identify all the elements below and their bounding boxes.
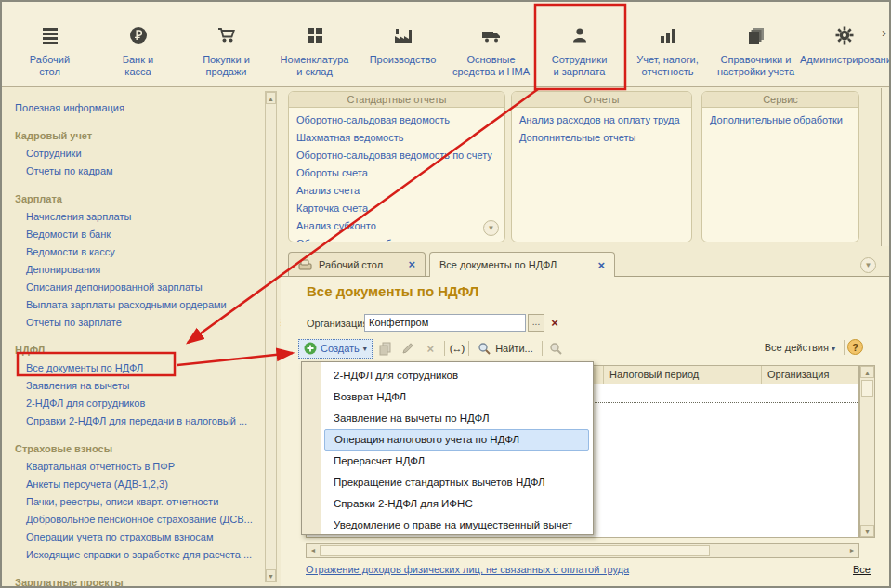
chevron-down-icon: ▾	[832, 345, 835, 353]
sidebar-item[interactable]: Операции учета по страховым взносам	[15, 529, 279, 546]
panel-link[interactable]: Анализ расходов на оплату труда	[519, 111, 684, 129]
sidebar-scrollbar[interactable]: ▲ ▼	[265, 91, 277, 582]
section-administration[interactable]: Администрирование	[800, 2, 888, 86]
panel-service: Сервис Дополнительные обработки	[701, 91, 859, 242]
section-directories[interactable]: Справочники и настройки учета	[712, 2, 800, 86]
panel-link[interactable]: Дополнительные обработки	[710, 111, 851, 129]
sidebar-item[interactable]: Исходящие справки о заработке для расчет…	[15, 546, 279, 564]
sidebar-item[interactable]: Выплата зарплаты расходными ордерами	[15, 296, 279, 314]
sidebar-item[interactable]: Отчеты по зарплате	[15, 314, 279, 332]
tab-close-icon[interactable]: ×	[597, 258, 605, 272]
panel-more-chevron-icon[interactable]: ▼	[483, 220, 499, 236]
panel-link[interactable]: Анализ субконто	[296, 217, 497, 235]
other-income-link[interactable]: Отражение доходов физических лиц, не свя…	[306, 564, 629, 575]
panel-link[interactable]: Анализ счета	[296, 182, 497, 200]
all-actions-button[interactable]: Все действия ▾	[765, 342, 835, 353]
sidebar-item-useful-info[interactable]: Полезная информация	[15, 99, 279, 117]
delete-icon[interactable]: ×	[422, 340, 439, 358]
section-desktop[interactable]: Рабочий стол	[6, 2, 94, 86]
truck-icon	[447, 20, 535, 50]
menu-item-ndfl-return[interactable]: Возврат НДФЛ	[324, 386, 589, 408]
section-production[interactable]: Производство	[359, 2, 447, 86]
section-purchases[interactable]: Покупки и продажи	[182, 2, 270, 86]
section-label: Рабочий стол	[6, 54, 94, 77]
sidebar-item[interactable]: Добровольное пенсионное страхование (ДСВ…	[15, 511, 279, 529]
organization-lookup-button[interactable]: ...	[528, 314, 544, 332]
sidebar-item[interactable]: Пачки, реестры, описи кварт. отчетности	[15, 493, 279, 511]
section-employees[interactable]: Сотрудники и зарплата	[535, 2, 623, 86]
table-col-tax-period[interactable]: Налоговый период	[604, 366, 762, 384]
scroll-thumb[interactable]	[861, 380, 873, 397]
sidebar-item[interactable]: Начисления зарплаты	[15, 208, 279, 226]
scroll-up-icon[interactable]: ▲	[266, 92, 276, 104]
page-title: Все документы по НДФЛ	[307, 283, 478, 299]
section-warehouse[interactable]: Номенклатура и склад	[270, 2, 359, 86]
sidebar-item[interactable]: Анкеты персучета (АДВ-1,2,3)	[15, 476, 279, 493]
chevron-down-icon: ▾	[363, 345, 367, 353]
create-button[interactable]: Создать ▾	[298, 339, 373, 359]
clear-search-icon[interactable]	[547, 340, 565, 358]
sidebar-item[interactable]: Заявления на вычеты	[15, 377, 279, 395]
tab-label: Рабочий стол	[319, 259, 383, 270]
sidebar-item[interactable]: Справки 2-НДФЛ для передачи в налоговый …	[15, 412, 279, 430]
section-bank[interactable]: Банк и касса	[94, 2, 182, 86]
organization-clear-icon[interactable]: ×	[547, 314, 562, 332]
collapse-panels-chevron-icon[interactable]: ▼	[860, 257, 876, 273]
footer-all-link[interactable]: Все	[853, 564, 871, 575]
panel-link[interactable]: Шахматная ведомость	[296, 129, 497, 147]
panel-link[interactable]: Оборотно-сальдовая ведомость	[296, 111, 497, 129]
panel-link[interactable]: Обороты между субконто	[296, 235, 497, 242]
desktop-icon	[6, 20, 94, 50]
sidebar-item[interactable]: Сотрудники	[15, 145, 279, 163]
section-label: Основные средства и НМА	[447, 54, 535, 77]
sidebar-item[interactable]: Списания депонированной зарплаты	[15, 279, 279, 296]
scroll-down-icon[interactable]: ▼	[860, 525, 874, 537]
section-label: Производство	[359, 54, 447, 66]
tab-close-icon[interactable]: ×	[408, 257, 415, 271]
sidebar-item[interactable]: Депонирования	[15, 261, 279, 279]
create-button-label: Создать	[321, 343, 360, 354]
scroll-thumb[interactable]	[320, 545, 710, 556]
sidebar-section-vznosy: Страховые взносы	[15, 440, 279, 458]
find-button[interactable]: Найти...	[474, 341, 537, 357]
panel-link[interactable]: Оборотно-сальдовая ведомость по счету	[296, 147, 497, 164]
toolbar-overflow-chevron-icon[interactable]: ›	[882, 24, 886, 40]
scroll-right-icon[interactable]: ►	[845, 544, 858, 557]
tab-desktop[interactable]: Рабочий стол ×	[288, 252, 426, 276]
table-horizontal-scrollbar[interactable]: ◄ ►	[306, 543, 859, 558]
panel-link[interactable]: Дополнительные отчеты	[519, 129, 684, 147]
scroll-up-icon[interactable]: ▲	[860, 366, 874, 378]
section-accounting[interactable]: Учет, налоги, отчетность	[623, 2, 712, 86]
separator	[444, 341, 445, 356]
table-col-organization[interactable]: Организация	[762, 366, 858, 384]
menu-item-tax-accounting-operation[interactable]: Операция налогового учета по НДФЛ	[324, 429, 589, 451]
menu-item-2ndfl-employees[interactable]: 2-НДФЛ для сотрудников	[324, 365, 589, 386]
menu-item-ndfl-recalculation[interactable]: Перерасчет НДФЛ	[324, 451, 589, 472]
sidebar-section-zarplata: Зарплата	[15, 190, 279, 208]
sidebar-item-all-ndfl-documents[interactable]: Все документы по НДФЛ	[15, 359, 279, 377]
scroll-down-icon[interactable]: ▼	[266, 569, 276, 581]
organization-input[interactable]: Конфетпром	[364, 314, 526, 332]
edit-pencil-icon[interactable]	[400, 340, 417, 358]
copy-icon[interactable]	[377, 340, 395, 358]
help-icon[interactable]: ?	[847, 339, 863, 355]
section-fixed-assets[interactable]: Основные средства и НМА	[447, 2, 535, 86]
scroll-left-icon[interactable]: ◄	[307, 544, 320, 557]
bar-chart-icon	[623, 20, 712, 50]
menu-item-property-deduction-notice[interactable]: Уведомление о праве на имущественный выч…	[324, 515, 589, 536]
tab-all-ndfl-documents[interactable]: Все документы по НДФЛ ×	[429, 252, 615, 277]
sidebar-item[interactable]: Отчеты по кадрам	[15, 163, 279, 180]
menu-item-stop-standard-deductions[interactable]: Прекращение стандартных вычетов НДФЛ	[324, 472, 589, 493]
menu-item-deduction-application[interactable]: Заявление на вычеты по НДФЛ	[324, 408, 589, 429]
sidebar-item[interactable]: 2-НДФЛ для сотрудников	[15, 395, 279, 412]
table-vertical-scrollbar[interactable]: ▲ ▼	[859, 365, 875, 538]
sidebar-item[interactable]: Квартальная отчетность в ПФР	[15, 458, 279, 476]
switch-period-icon[interactable]: (↔)	[450, 343, 464, 354]
panel-link[interactable]: Обороты счета	[296, 164, 497, 182]
find-button-label: Найти...	[495, 343, 533, 354]
panels-scroll-strip[interactable]	[881, 88, 889, 246]
menu-item-2ndfl-ifns[interactable]: Справки 2-НДФЛ для ИФНС	[324, 493, 589, 515]
panel-link[interactable]: Карточка счета	[296, 200, 497, 217]
sidebar-item[interactable]: Ведомости в банк	[15, 226, 279, 243]
sidebar-item[interactable]: Ведомости в кассу	[15, 243, 279, 261]
